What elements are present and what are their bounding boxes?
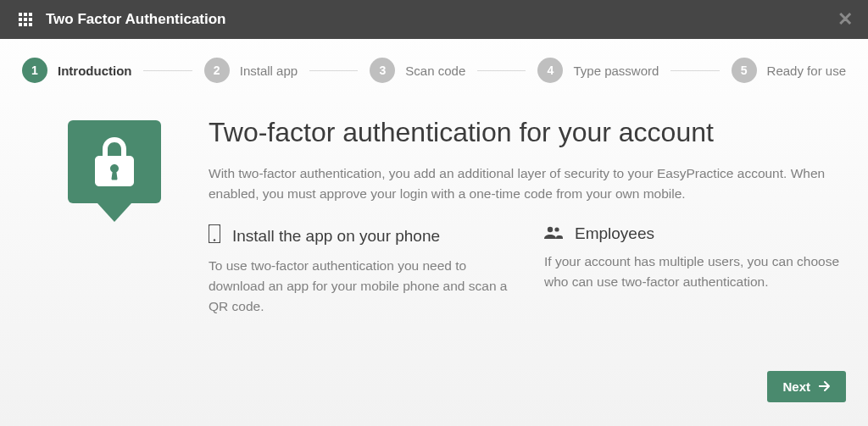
step-number: 1 bbox=[22, 58, 47, 83]
content-column: Two-factor authentication for your accou… bbox=[209, 117, 846, 371]
svg-point-2 bbox=[548, 227, 553, 232]
step-label: Scan code bbox=[405, 64, 465, 78]
footer: Next bbox=[0, 371, 868, 426]
info-columns: Install the app on your phone To use two… bbox=[209, 224, 846, 317]
modal-title: Two Factor Authentication bbox=[46, 11, 226, 28]
install-title: Install the app on your phone bbox=[232, 227, 440, 246]
svg-point-1 bbox=[214, 239, 215, 241]
install-body: To use two-factor authentication you nee… bbox=[209, 256, 510, 317]
install-app-heading: Install the app on your phone bbox=[209, 224, 510, 247]
employees-section: Employees If your account has multiple u… bbox=[544, 224, 846, 317]
step-number: 4 bbox=[537, 58, 563, 83]
step-number: 5 bbox=[732, 58, 757, 83]
step-label: Type password bbox=[573, 64, 659, 78]
next-button[interactable]: Next bbox=[767, 371, 846, 402]
page-heading: Two-factor authentication for your accou… bbox=[209, 117, 846, 148]
step-label: Introduction bbox=[58, 64, 131, 78]
step-connector bbox=[143, 70, 192, 71]
stepper: 1 Introduction 2 Install app 3 Scan code… bbox=[0, 39, 868, 91]
step-install-app[interactable]: 2 Install app bbox=[204, 58, 298, 83]
lead-text: With two-factor authentication, you add … bbox=[209, 163, 846, 204]
modal-header: Two Factor Authentication ✕ bbox=[0, 0, 868, 39]
phone-icon bbox=[209, 224, 220, 247]
employees-title: Employees bbox=[575, 224, 654, 243]
lock-badge bbox=[68, 120, 161, 203]
step-label: Ready for use bbox=[767, 64, 846, 78]
employees-body: If your account has multiple users, you … bbox=[544, 252, 846, 292]
apps-grid-icon bbox=[19, 13, 32, 26]
step-scan-code[interactable]: 3 Scan code bbox=[370, 58, 465, 83]
step-number: 3 bbox=[370, 58, 395, 83]
main-content: Two-factor authentication for your accou… bbox=[0, 91, 868, 371]
close-icon[interactable]: ✕ bbox=[837, 10, 853, 29]
employees-heading: Employees bbox=[544, 224, 846, 243]
lock-icon bbox=[95, 137, 134, 186]
step-introduction[interactable]: 1 Introduction bbox=[22, 58, 131, 83]
install-app-section: Install the app on your phone To use two… bbox=[209, 224, 510, 317]
next-label: Next bbox=[782, 379, 810, 394]
step-ready-for-use[interactable]: 5 Ready for use bbox=[732, 58, 846, 83]
step-connector bbox=[670, 70, 719, 71]
step-connector bbox=[477, 70, 526, 71]
step-type-password[interactable]: 4 Type password bbox=[537, 58, 659, 83]
arrow-right-icon bbox=[819, 379, 831, 394]
step-number: 2 bbox=[204, 58, 230, 83]
svg-point-3 bbox=[554, 227, 559, 231]
step-connector bbox=[309, 70, 358, 71]
step-label: Install app bbox=[240, 64, 298, 78]
people-icon bbox=[544, 224, 563, 243]
badge-container bbox=[68, 117, 161, 371]
